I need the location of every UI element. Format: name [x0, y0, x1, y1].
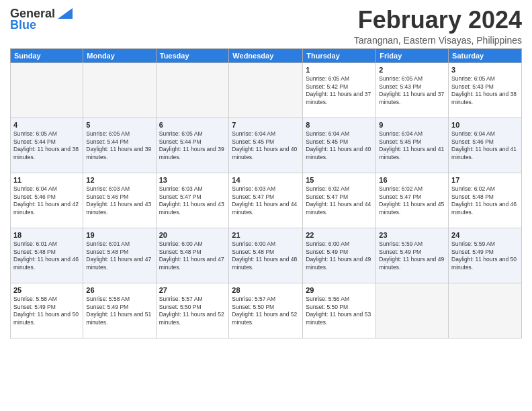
day-number: 8: [306, 120, 373, 130]
header: General Blue February 2024 Tarangnan, Ea…: [10, 7, 522, 46]
calendar-cell: 6Sunrise: 6:05 AMSunset: 5:44 PMDaylight…: [156, 118, 229, 173]
col-monday: Monday: [83, 48, 156, 62]
cell-info: Sunrise: 6:04 AMSunset: 5:46 PMDaylight:…: [13, 185, 80, 216]
col-tuesday: Tuesday: [156, 48, 229, 62]
day-number: 12: [86, 175, 152, 185]
cell-info: Sunrise: 6:02 AMSunset: 5:47 PMDaylight:…: [379, 185, 445, 216]
cell-info: Sunrise: 6:05 AMSunset: 5:44 PMDaylight:…: [13, 130, 80, 161]
cell-info: Sunrise: 5:58 AMSunset: 5:49 PMDaylight:…: [13, 295, 80, 326]
day-number: 28: [232, 285, 300, 295]
calendar-cell: 8Sunrise: 6:04 AMSunset: 5:45 PMDaylight…: [303, 118, 376, 173]
col-saturday: Saturday: [449, 48, 522, 62]
day-number: 5: [86, 120, 152, 130]
cell-info: Sunrise: 6:01 AMSunset: 5:48 PMDaylight:…: [86, 240, 152, 271]
day-number: 9: [379, 120, 445, 130]
calendar-cell: 7Sunrise: 6:04 AMSunset: 5:45 PMDaylight…: [229, 118, 303, 173]
day-number: 10: [451, 120, 519, 130]
calendar-table: Sunday Monday Tuesday Wednesday Thursday…: [10, 48, 522, 338]
calendar-cell: [83, 62, 156, 118]
calendar-cell: [11, 62, 83, 118]
day-number: 24: [451, 230, 519, 240]
cell-info: Sunrise: 6:02 AMSunset: 5:47 PMDaylight:…: [306, 185, 373, 216]
calendar-row: 1Sunrise: 6:05 AMSunset: 5:42 PMDaylight…: [11, 62, 522, 118]
day-number: 15: [306, 175, 373, 185]
calendar-cell: 4Sunrise: 6:05 AMSunset: 5:44 PMDaylight…: [11, 118, 83, 173]
day-number: 1: [306, 65, 373, 75]
day-number: 7: [232, 120, 300, 130]
cell-info: Sunrise: 6:04 AMSunset: 5:46 PMDaylight:…: [451, 130, 519, 161]
calendar-cell: 16Sunrise: 6:02 AMSunset: 5:47 PMDayligh…: [376, 173, 449, 228]
day-number: 2: [379, 65, 445, 75]
day-number: 23: [379, 230, 445, 240]
calendar-cell: 24Sunrise: 5:59 AMSunset: 5:49 PMDayligh…: [449, 228, 522, 283]
calendar-cell: 21Sunrise: 6:00 AMSunset: 5:48 PMDayligh…: [229, 228, 303, 283]
calendar-row: 18Sunrise: 6:01 AMSunset: 5:48 PMDayligh…: [11, 228, 522, 283]
day-number: 14: [232, 175, 300, 185]
day-number: 11: [13, 175, 80, 185]
cell-info: Sunrise: 6:03 AMSunset: 5:47 PMDaylight:…: [232, 185, 300, 216]
logo-blue: Blue: [10, 18, 36, 32]
cell-info: Sunrise: 5:57 AMSunset: 5:50 PMDaylight:…: [232, 295, 300, 326]
cell-info: Sunrise: 5:57 AMSunset: 5:50 PMDaylight:…: [159, 295, 226, 326]
cell-info: Sunrise: 6:05 AMSunset: 5:42 PMDaylight:…: [306, 75, 373, 106]
calendar-cell: 28Sunrise: 5:57 AMSunset: 5:50 PMDayligh…: [229, 283, 303, 338]
cell-info: Sunrise: 6:05 AMSunset: 5:44 PMDaylight:…: [159, 130, 226, 161]
calendar-cell: 22Sunrise: 6:00 AMSunset: 5:49 PMDayligh…: [303, 228, 376, 283]
calendar-cell: 10Sunrise: 6:04 AMSunset: 5:46 PMDayligh…: [449, 118, 522, 173]
calendar-cell: 12Sunrise: 6:03 AMSunset: 5:46 PMDayligh…: [83, 173, 156, 228]
calendar-cell: 11Sunrise: 6:04 AMSunset: 5:46 PMDayligh…: [11, 173, 83, 228]
day-number: 22: [306, 230, 373, 240]
day-number: 17: [451, 175, 519, 185]
day-number: 3: [451, 65, 519, 75]
calendar-cell: 2Sunrise: 6:05 AMSunset: 5:43 PMDaylight…: [376, 62, 449, 118]
cell-info: Sunrise: 5:56 AMSunset: 5:50 PMDaylight:…: [306, 295, 373, 326]
cell-info: Sunrise: 6:05 AMSunset: 5:43 PMDaylight:…: [451, 75, 519, 106]
calendar-cell: 9Sunrise: 6:04 AMSunset: 5:45 PMDaylight…: [376, 118, 449, 173]
day-number: 4: [13, 120, 80, 130]
col-thursday: Thursday: [303, 48, 376, 62]
col-friday: Friday: [376, 48, 449, 62]
day-number: 6: [159, 120, 226, 130]
cell-info: Sunrise: 6:03 AMSunset: 5:46 PMDaylight:…: [86, 185, 152, 216]
logo: General Blue: [10, 7, 73, 32]
calendar-cell: [376, 283, 449, 338]
calendar-cell: 3Sunrise: 6:05 AMSunset: 5:43 PMDaylight…: [449, 62, 522, 118]
calendar-cell: 13Sunrise: 6:03 AMSunset: 5:47 PMDayligh…: [156, 173, 229, 228]
calendar-cell: 5Sunrise: 6:05 AMSunset: 5:44 PMDaylight…: [83, 118, 156, 173]
calendar-cell: 26Sunrise: 5:58 AMSunset: 5:49 PMDayligh…: [83, 283, 156, 338]
calendar-header-row: Sunday Monday Tuesday Wednesday Thursday…: [11, 48, 522, 62]
cell-info: Sunrise: 6:04 AMSunset: 5:45 PMDaylight:…: [232, 130, 300, 161]
day-number: 16: [379, 175, 445, 185]
calendar-cell: 27Sunrise: 5:57 AMSunset: 5:50 PMDayligh…: [156, 283, 229, 338]
col-wednesday: Wednesday: [229, 48, 303, 62]
day-number: 19: [86, 230, 152, 240]
day-number: 27: [159, 285, 226, 295]
calendar-cell: 15Sunrise: 6:02 AMSunset: 5:47 PMDayligh…: [303, 173, 376, 228]
calendar-cell: 20Sunrise: 6:00 AMSunset: 5:48 PMDayligh…: [156, 228, 229, 283]
calendar-cell: 1Sunrise: 6:05 AMSunset: 5:42 PMDaylight…: [303, 62, 376, 118]
day-number: 18: [13, 230, 80, 240]
cell-info: Sunrise: 6:00 AMSunset: 5:48 PMDaylight:…: [232, 240, 300, 271]
svg-marker-0: [58, 8, 73, 19]
logo-icon: [58, 8, 73, 19]
month-year-title: February 2024: [354, 7, 522, 34]
cell-info: Sunrise: 6:05 AMSunset: 5:43 PMDaylight:…: [379, 75, 445, 106]
cell-info: Sunrise: 6:00 AMSunset: 5:49 PMDaylight:…: [306, 240, 373, 271]
day-number: 29: [306, 285, 373, 295]
calendar-cell: [449, 283, 522, 338]
calendar-cell: 18Sunrise: 6:01 AMSunset: 5:48 PMDayligh…: [11, 228, 83, 283]
title-block: February 2024 Tarangnan, Eastern Visayas…: [354, 7, 522, 46]
day-number: 26: [86, 285, 152, 295]
cell-info: Sunrise: 6:05 AMSunset: 5:44 PMDaylight:…: [86, 130, 152, 161]
cell-info: Sunrise: 6:03 AMSunset: 5:47 PMDaylight:…: [159, 185, 226, 216]
day-number: 25: [13, 285, 80, 295]
calendar-cell: 17Sunrise: 6:02 AMSunset: 5:48 PMDayligh…: [449, 173, 522, 228]
calendar-cell: 29Sunrise: 5:56 AMSunset: 5:50 PMDayligh…: [303, 283, 376, 338]
cell-info: Sunrise: 6:00 AMSunset: 5:48 PMDaylight:…: [159, 240, 226, 271]
cell-info: Sunrise: 6:01 AMSunset: 5:48 PMDaylight:…: [13, 240, 80, 271]
cell-info: Sunrise: 5:59 AMSunset: 5:49 PMDaylight:…: [451, 240, 519, 271]
col-sunday: Sunday: [11, 48, 83, 62]
calendar-cell: [156, 62, 229, 118]
day-number: 21: [232, 230, 300, 240]
calendar-cell: 19Sunrise: 6:01 AMSunset: 5:48 PMDayligh…: [83, 228, 156, 283]
